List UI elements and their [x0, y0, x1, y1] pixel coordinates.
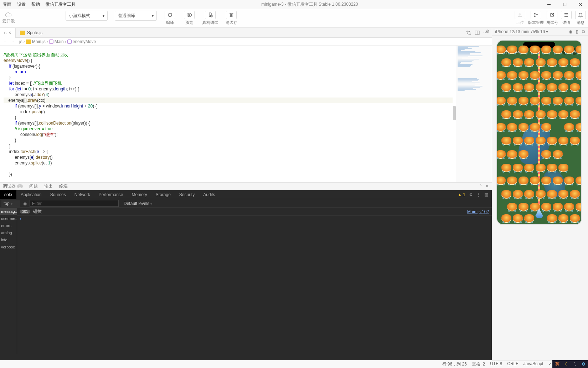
enemy-sprite: [536, 190, 546, 199]
side-warning[interactable]: arning: [0, 229, 17, 236]
enemy-sprite: [530, 71, 540, 80]
tab-debugger[interactable]: 调试器1: [3, 183, 23, 189]
devtools-tab-memory[interactable]: Memory: [127, 190, 151, 199]
bc-folder[interactable]: js: [19, 39, 22, 44]
chevron-up-icon[interactable]: ⌃: [479, 184, 483, 189]
preview-button[interactable]: 预览: [183, 11, 195, 25]
svg-point-10: [467, 31, 468, 32]
enemy-sprite: [576, 177, 582, 185]
console-output[interactable]: 301 碰撞 Main.js:102 ›: [17, 208, 492, 354]
game-mode-select[interactable]: 小游戏模式 ▾: [66, 11, 108, 21]
menu-devtools[interactable]: 微信开发者工具: [43, 0, 78, 9]
enemy-sprite: [519, 177, 528, 185]
remote-debug-label: 真机调试: [202, 20, 218, 25]
side-messages[interactable]: messag..: [0, 208, 17, 215]
tab-problems[interactable]: 问题: [29, 183, 38, 189]
enemy-sprite: [558, 83, 568, 92]
svg-point-8: [535, 16, 536, 17]
editor-tab-sprite[interactable]: Sprite.js: [16, 28, 47, 38]
game-simulator[interactable]: 得分: 114 ⋯ ◎: [496, 40, 582, 225]
version-button[interactable]: 版本管理: [528, 11, 544, 25]
ime-lang: 英: [555, 361, 559, 367]
nav-fwd-icon[interactable]: →: [11, 39, 15, 44]
enemy-sprite: [501, 83, 511, 92]
bc-class[interactable]: Main: [55, 39, 64, 44]
editor-scrollbar[interactable]: [453, 106, 456, 120]
enemy-sprite: [581, 58, 582, 67]
messages-button[interactable]: 消息: [574, 11, 587, 25]
side-verbose[interactable]: verbose: [0, 243, 17, 251]
enemy-sprite: [513, 58, 523, 67]
side-user[interactable]: user me..: [0, 215, 17, 222]
record-icon[interactable]: ◉: [569, 29, 572, 34]
upload-button[interactable]: 上传: [514, 11, 526, 25]
minimize-button[interactable]: [541, 0, 557, 9]
compile-label: 编译: [166, 20, 174, 25]
bc-method[interactable]: enemyMove: [73, 39, 96, 44]
enemy-sprite: [519, 150, 528, 159]
enemy-sprite: [507, 123, 517, 132]
bc-file[interactable]: Main.js: [32, 39, 46, 44]
devtools-tab-storage[interactable]: Storage: [151, 190, 175, 199]
devtools-tab-application[interactable]: Application: [16, 190, 46, 199]
enemy-sprite: [513, 214, 523, 223]
menu-help[interactable]: 帮助: [29, 0, 43, 9]
ime-indicator[interactable]: 英 ☾ ’, ⚙: [552, 360, 588, 368]
remote-debug-button[interactable]: 真机调试: [202, 11, 218, 25]
console-filter-input[interactable]: [30, 200, 119, 207]
close-icon[interactable]: ✕: [485, 184, 489, 189]
devtools-tab-network[interactable]: Network: [70, 190, 94, 199]
language-mode[interactable]: JavaScript: [523, 361, 543, 367]
menu-icon[interactable]: ⋮: [476, 192, 481, 197]
eol-info[interactable]: CRLF: [507, 361, 518, 367]
split-layout-icon[interactable]: [475, 30, 480, 35]
warning-count-badge[interactable]: ▲ 1: [458, 192, 465, 197]
close-icon[interactable]: ×: [9, 30, 11, 35]
encoding-info[interactable]: UTF-8: [490, 361, 502, 367]
side-info[interactable]: info: [0, 236, 17, 243]
code-editor[interactable]: //敌机向下运动 超出界面 自动回收 enemyMove() { if (isg…: [0, 46, 492, 182]
eye-icon[interactable]: ◉: [23, 201, 27, 206]
dock-icon[interactable]: ▥: [484, 192, 488, 197]
git-compare-icon[interactable]: [466, 30, 471, 35]
side-errors[interactable]: errors: [0, 222, 17, 229]
tab-output[interactable]: 输出: [44, 183, 53, 189]
debugger-badge: 1: [17, 184, 23, 188]
minimap[interactable]: [456, 46, 492, 182]
cursor-position[interactable]: 行 96，列 26: [442, 361, 467, 367]
compile-button[interactable]: 编译: [164, 11, 176, 25]
menu-ui[interactable]: 界面: [0, 0, 14, 9]
popout-icon[interactable]: ⧉: [582, 29, 585, 34]
editor-tab-s[interactable]: s ×: [0, 28, 16, 38]
device-icon[interactable]: ▯: [576, 29, 578, 34]
log-level-select[interactable]: Default levels ▾: [122, 200, 160, 207]
bell-icon: [575, 11, 586, 19]
devtools-tab-sources[interactable]: Sources: [46, 190, 70, 199]
enemy-sprite: [524, 190, 534, 199]
maximize-button[interactable]: [557, 0, 572, 9]
nav-back-icon[interactable]: ←: [3, 39, 7, 44]
gear-icon[interactable]: ⚙: [486, 29, 490, 34]
indent-info[interactable]: 空格: 2: [472, 361, 485, 367]
compile-target-select[interactable]: 普通编译 ▾: [115, 11, 157, 21]
device-select[interactable]: iPhone 12/13 mini 75% 16 ▾: [495, 29, 548, 34]
gear-icon[interactable]: ⚙: [469, 192, 473, 197]
log-source-link[interactable]: Main.js:102: [467, 209, 489, 214]
devtools-tab-audits[interactable]: Audits: [199, 190, 219, 199]
close-button[interactable]: [572, 0, 588, 9]
devtools-tab-security[interactable]: Security: [175, 190, 199, 199]
enemy-sprite: [496, 150, 506, 159]
enemy-sprite: [541, 203, 551, 211]
details-button[interactable]: 详情: [560, 11, 572, 25]
stack-icon: [226, 11, 237, 19]
clear-cache-button[interactable]: 清缓存: [225, 11, 237, 25]
console-prompt[interactable]: ›: [17, 216, 492, 222]
menu-settings[interactable]: 设置: [14, 0, 29, 9]
tab-terminal[interactable]: 终端: [59, 183, 68, 189]
console-context-select[interactable]: top ▾: [1, 200, 20, 207]
devtools-tab-performance[interactable]: Performance: [94, 190, 128, 199]
enemy-sprite: [507, 97, 517, 105]
test-account-button[interactable]: 测试号: [546, 11, 558, 25]
game-mode-value: 小游戏模式: [69, 13, 90, 19]
cloud-dev-button[interactable]: 云开发: [1, 12, 16, 24]
